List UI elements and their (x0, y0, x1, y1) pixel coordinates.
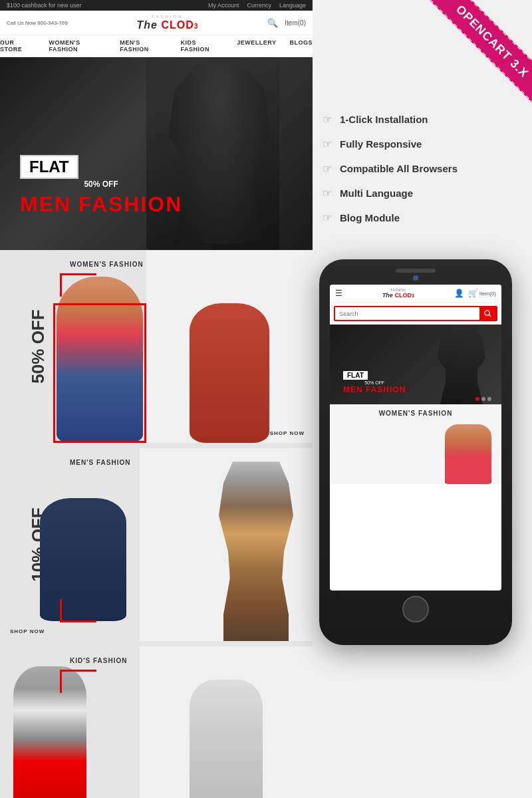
men-right-block (140, 448, 313, 641)
search-icon (484, 310, 491, 317)
women-section: WOMEN'S FASHION 50% OFF SHOP NOW (0, 250, 313, 443)
feature-icon-2: ☞ (323, 138, 332, 150)
nav-womens[interactable]: WOMEN'S FASHION (49, 39, 107, 53)
men-section: MEN'S FASHION 10% OFF SHOP NOW (0, 448, 313, 641)
women-discount-rotated: 50% OFF (28, 310, 49, 384)
right-panel: OPENCART 3.X ☞ 1-Click Installation ☞ Fu… (313, 0, 532, 798)
cashback-text: $100 cashback for new user (7, 2, 82, 9)
nav-mens[interactable]: MEN'S FASHION (120, 39, 167, 53)
kids-section-label: KID'S FASHION (70, 657, 128, 664)
phone-logo-clod: CLOD (394, 292, 412, 299)
phone-cart-label[interactable]: 🛒 Item(0) (468, 289, 496, 298)
hero-title: MEN FASHION (20, 192, 182, 217)
cart-label[interactable]: Item(0) (285, 19, 306, 27)
svg-point-0 (485, 311, 489, 315)
men-red-corner (60, 599, 96, 622)
account-link[interactable]: My Account (208, 2, 239, 9)
feature-text-2: Fully Responsive (340, 138, 422, 150)
phone-logo: FASHION The CLOD3 (382, 288, 414, 299)
kids-section: KID'S FASHION 20% OFF (0, 646, 313, 798)
site-header: Call Us Now 800-343-769 FASHION The CLOD… (0, 11, 313, 35)
feature-item-2: ☞ Fully Responsive (323, 138, 519, 150)
feature-icon-4: ☞ (323, 187, 332, 200)
language-link[interactable]: Language (279, 2, 306, 9)
phone-hero-text: FLAT 50% OFF MEN FASHION (343, 368, 406, 394)
section-separator-1 (0, 443, 313, 448)
nav-our-store[interactable]: OUR STORE (0, 39, 36, 53)
hero-content: FLAT 50% OFF MEN FASHION (20, 155, 182, 217)
logo-clod: CLOD (161, 19, 194, 31)
women-section-label: WOMEN'S FASHION (70, 261, 144, 268)
phone-hero-banner: FLAT 50% OFF MEN FASHION (330, 325, 501, 404)
women-red-corner (60, 273, 96, 297)
phone-header-icons: 👤 🛒 Item(0) (454, 289, 496, 298)
phone-hero-figure (435, 328, 488, 404)
phone-camera (413, 275, 418, 281)
phone-search-button[interactable] (479, 307, 496, 320)
phone-off-label: 50% OFF (343, 380, 406, 385)
feature-item-5: ☞ Blog Module (323, 211, 519, 224)
feature-icon-3: ☞ (323, 162, 332, 175)
brand-small: FASHION (137, 15, 199, 19)
shop-now-women[interactable]: SHOP NOW (270, 430, 305, 436)
phone-women-section: WOMEN'S FASHION (330, 404, 501, 484)
phone-search-input[interactable] (335, 308, 479, 320)
ribbon-text: OPENCART 3.X (454, 3, 531, 80)
hero-banner: FLAT 50% OFF MEN FASHION (0, 57, 313, 250)
feature-item-4: ☞ Multi Language (323, 187, 519, 200)
top-bar: $100 cashback for new user My Account Cu… (0, 0, 313, 11)
phone-dot-2[interactable] (481, 397, 485, 401)
kids-red-corner (60, 670, 96, 693)
phone-dot-3[interactable] (487, 397, 491, 401)
phone-header: ☰ FASHION The CLOD3 👤 🛒 Item(0) (330, 285, 501, 303)
nav-jewellery[interactable]: JEWELLERY (237, 39, 276, 53)
phone-flat-label: FLAT (343, 371, 368, 380)
logo-the: The (137, 19, 158, 31)
left-screenshot-panel: $100 cashback for new user My Account Cu… (0, 0, 313, 798)
man-full-figure (209, 462, 303, 641)
feature-item-3: ☞ Compatible All Browsers (323, 162, 519, 175)
women-red-border (53, 303, 146, 443)
dress-figure (190, 303, 269, 443)
phone-hero-title: MEN FASHION (343, 385, 406, 394)
phone-dot-1[interactable] (475, 397, 479, 401)
feature-text-4: Multi Language (340, 188, 413, 199)
feature-icon-1: ☞ (323, 113, 332, 126)
flat-label: FLAT (20, 155, 78, 179)
phone-logo-the: The (382, 292, 393, 299)
phone-user-icon[interactable]: 👤 (454, 289, 464, 298)
men-section-label: MEN'S FASHION (70, 459, 131, 466)
feature-icon-5: ☞ (323, 211, 332, 224)
currency-link[interactable]: Currency (247, 2, 271, 9)
nav-blogs[interactable]: BLOGS (289, 39, 313, 53)
kid-figure-right (190, 680, 263, 798)
phone-carousel-dots (475, 397, 491, 401)
feature-text-5: Blog Module (340, 212, 400, 223)
logo-dot: 3 (194, 23, 199, 30)
shop-now-men[interactable]: SHOP NOW (10, 628, 45, 634)
section-separator-2 (0, 641, 313, 646)
phone-speaker (396, 269, 436, 273)
phone-logo-dot: 3 (412, 293, 414, 298)
svg-line-1 (489, 315, 491, 317)
feature-text-3: Compatible All Browsers (340, 163, 458, 174)
phone-home-button[interactable] (402, 596, 429, 622)
kids-right-block (140, 646, 313, 798)
phone-women-title: WOMEN'S FASHION (379, 410, 453, 417)
nav-kids[interactable]: KIDS FASHION (181, 39, 224, 53)
header-right: 🔍 Item(0) (267, 18, 306, 28)
phone-woman-model (445, 424, 491, 484)
logo: FASHION The CLOD3 (137, 15, 199, 31)
main-nav: OUR STORE WOMEN'S FASHION MEN'S FASHION … (0, 35, 313, 57)
women-right-block: SHOP NOW (146, 250, 313, 443)
search-icon[interactable]: 🔍 (267, 18, 278, 28)
phone-mockup: ☰ FASHION The CLOD3 👤 🛒 Item(0) (319, 259, 512, 645)
off-label: 50% OFF (20, 180, 182, 189)
phone-number: Call Us Now 800-343-769 (7, 20, 68, 26)
phone-screen: ☰ FASHION The CLOD3 👤 🛒 Item(0) (330, 285, 501, 591)
logo-full: The CLOD3 (137, 19, 199, 31)
opencart-ribbon: OPENCART 3.X (430, 0, 532, 104)
phone-search-bar (334, 306, 497, 321)
ribbon-container: OPENCART 3.X (399, 0, 532, 133)
phone-menu-icon[interactable]: ☰ (335, 289, 342, 298)
